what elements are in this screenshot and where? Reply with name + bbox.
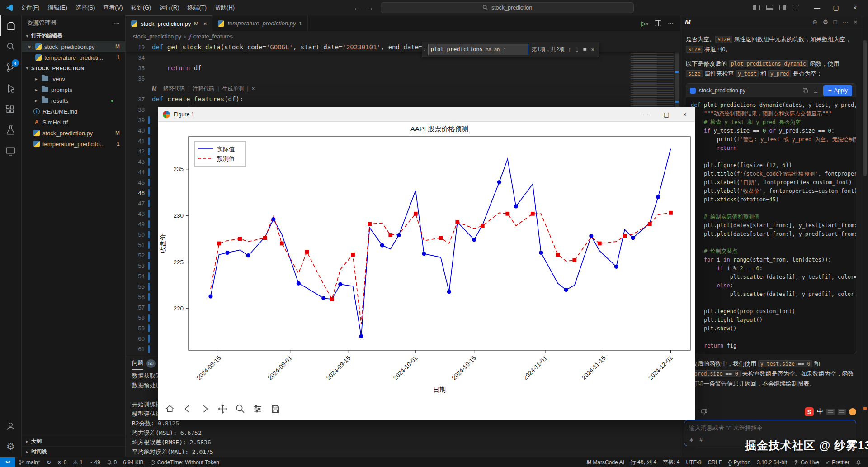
mpl-zoom-icon[interactable] [235, 404, 245, 414]
ai-hint-close-icon[interactable]: × [248, 84, 258, 94]
insert-code-icon[interactable] [813, 88, 819, 94]
ai-action-0[interactable]: 解释代码 [160, 84, 188, 94]
find-prev-icon[interactable]: ↑ [567, 46, 572, 53]
run-python-button[interactable]: ▷▾ [641, 19, 648, 28]
panel-close-icon[interactable]: × [854, 19, 857, 25]
sidebar-more-icon[interactable]: ⋯ [114, 20, 120, 27]
editor-more-icon[interactable]: ⋯ [668, 20, 674, 27]
open-editor-item[interactable]: × stock_prediction.pyM [22, 41, 125, 52]
menu-view[interactable]: 查看(V) [99, 2, 127, 14]
find-expand-icon[interactable]: › [424, 47, 426, 52]
section-open-editors[interactable]: ▾ 打开的编辑器 [22, 31, 125, 41]
status-sync[interactable]: ↻ [43, 457, 54, 467]
status-prettier[interactable]: ✓Prettier [822, 457, 853, 467]
section-project[interactable]: ▾ STOCK_PREDICTION [22, 63, 125, 73]
chat-command-icon[interactable]: ∗ [689, 436, 694, 443]
apply-button[interactable]: Apply [823, 85, 852, 96]
section-timeline[interactable]: ▸ 时间线 [22, 447, 125, 457]
activity-explorer-icon[interactable] [0, 15, 22, 36]
find-close-icon[interactable]: × [590, 46, 595, 53]
remote-indicator[interactable]: >< [0, 457, 15, 467]
figure-close-icon[interactable]: × [683, 111, 687, 118]
tab-problems[interactable]: 问题 [132, 357, 143, 370]
status-eol[interactable]: CRLF [704, 457, 725, 467]
nav-back-icon[interactable]: ← [354, 4, 360, 11]
mpl-forward-icon[interactable] [200, 404, 210, 414]
status-notifications[interactable] [853, 457, 864, 467]
breadcrumb-symbol[interactable]: create_features [193, 33, 233, 40]
status-go-live[interactable]: Go Live [790, 457, 822, 467]
menu-selection[interactable]: 选择(S) [71, 2, 99, 14]
activity-extensions-icon[interactable] [0, 99, 22, 119]
find-input[interactable] [430, 46, 484, 52]
menu-help[interactable]: 帮助(H) [211, 2, 239, 14]
find-in-selection-icon[interactable]: ≡ [582, 46, 588, 53]
ai-action-1[interactable]: 注释代码 [189, 84, 217, 94]
split-editor-icon[interactable] [655, 20, 661, 26]
close-icon[interactable]: × [26, 43, 33, 50]
mpl-save-icon[interactable] [270, 404, 281, 414]
ime-toolbox-icon[interactable] [838, 409, 846, 415]
customize-layout-icon[interactable] [793, 5, 799, 10]
open-in-editor-icon[interactable]: □ [834, 19, 837, 25]
copy-icon[interactable] [802, 88, 808, 94]
toggle-panel-icon[interactable] [766, 5, 773, 10]
menu-run[interactable]: 运行(R) [155, 2, 183, 14]
explorer-item[interactable]: i README.md [22, 106, 125, 117]
panel-scrollbar[interactable] [862, 15, 868, 457]
activity-remote-icon[interactable] [0, 140, 22, 161]
thumbs-down-icon[interactable] [700, 408, 708, 416]
mpl-home-icon[interactable] [165, 404, 175, 414]
status-marscode-ai[interactable]: MMarsCode AI [583, 457, 627, 467]
account-icon[interactable] [0, 415, 22, 436]
close-button[interactable]: × [845, 0, 864, 15]
match-case-icon[interactable]: Aa [484, 46, 492, 52]
status-cursor-position[interactable]: 行 46, 列 4 [627, 457, 660, 467]
explorer-item[interactable]: ▸ prompts [22, 84, 125, 95]
open-editor-item[interactable]: temperature_predicti...1 [22, 52, 125, 63]
new-chat-icon[interactable]: ⊕ [812, 19, 817, 25]
code-line-35[interactable]: 35 return df [126, 63, 680, 73]
minimize-button[interactable]: — [807, 0, 826, 15]
breadcrumb-file[interactable]: stock_prediction.py [133, 33, 181, 40]
mpl-pan-icon[interactable] [217, 404, 228, 414]
command-center-search[interactable]: stock_prediction [381, 2, 634, 13]
settings-gear-icon[interactable]: ⚙ [0, 436, 22, 457]
ime-skin-icon[interactable] [849, 408, 856, 415]
tab-close-icon[interactable]: × [203, 20, 207, 27]
menu-go[interactable]: 转到(G) [127, 2, 156, 14]
panel-more-icon[interactable]: ⋯ [842, 19, 848, 25]
status-encoding[interactable]: UTF-8 [683, 457, 704, 467]
explorer-item[interactable]: ▸ .venv [22, 73, 125, 84]
settings-gear-icon[interactable]: ⚙ [823, 19, 828, 25]
menu-terminal[interactable]: 终端(T) [183, 2, 211, 14]
ime-mode-chinese[interactable]: 中 [817, 408, 823, 416]
whole-word-icon[interactable]: ab [493, 46, 501, 52]
explorer-item[interactable]: stock_prediction.py M [22, 128, 125, 138]
chat-topic-icon[interactable]: # [699, 436, 703, 443]
sogou-logo[interactable]: S [805, 407, 814, 416]
menu-file[interactable]: 文件(F) [16, 2, 44, 14]
mpl-back-icon[interactable] [182, 404, 193, 414]
status-codetime[interactable]: CodeTime: Without Token [147, 457, 222, 467]
regex-icon[interactable]: .* [501, 46, 507, 52]
nav-forward-icon[interactable]: → [367, 4, 373, 11]
tab-stock-prediction[interactable]: stock_prediction.py M × [126, 15, 212, 31]
figure-minimize-icon[interactable]: — [644, 111, 650, 118]
activity-search-icon[interactable] [0, 36, 22, 57]
status-warnings[interactable]: ⚠1 [70, 457, 86, 467]
status-notification-count[interactable]: 0 [104, 457, 120, 467]
figure-maximize-icon[interactable]: ▢ [664, 111, 670, 118]
maximize-button[interactable]: ▢ [826, 0, 845, 15]
code-line-37[interactable]: 37 def create_features(df): [126, 94, 680, 105]
section-outline[interactable]: ▸ 大纲 [22, 436, 125, 447]
tab-temperature-prediction[interactable]: temperature_prediction.py 1 [212, 15, 307, 31]
activity-testing-icon[interactable] [0, 119, 22, 140]
explorer-item[interactable]: ▸ results ● [22, 95, 125, 106]
status-indentation[interactable]: 空格: 4 [660, 457, 683, 467]
status-file-size[interactable]: 6.94 KiB [120, 457, 146, 467]
ime-keyboard-icon[interactable] [826, 409, 835, 415]
explorer-item[interactable]: A SimHei.ttf [22, 117, 125, 128]
explorer-item[interactable]: temperature_predictio... 1 [22, 138, 125, 149]
status-metric-49[interactable]: ◔49 [86, 457, 104, 467]
